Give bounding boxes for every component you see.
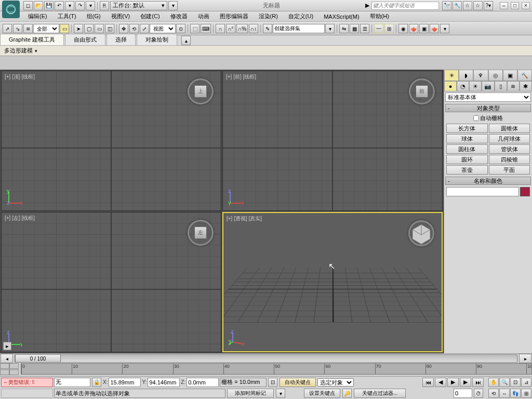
setkey-button[interactable]: 设置关键点 bbox=[304, 389, 340, 398]
menu-maxscript[interactable]: MAXScript(M) bbox=[318, 14, 364, 20]
ref-coord-dropdown[interactable]: 视图 bbox=[150, 24, 176, 33]
redo-drop-icon[interactable]: ▾ bbox=[86, 1, 95, 10]
walk-icon[interactable]: 👣 bbox=[510, 389, 521, 398]
orbit-icon[interactable]: ⟲ bbox=[488, 389, 499, 398]
key-filters-button[interactable]: 关键点过滤器... bbox=[354, 389, 406, 398]
material-icon[interactable]: ◉ bbox=[398, 24, 408, 33]
play-icon[interactable]: ▶ bbox=[447, 378, 459, 387]
time-config-icon[interactable]: ⏱ bbox=[474, 389, 483, 398]
hierarchy-tab-icon[interactable]: ♆ bbox=[473, 70, 488, 81]
isolate-icon[interactable]: ⊡ bbox=[268, 378, 277, 387]
star-icon[interactable]: ☆ bbox=[463, 1, 472, 10]
primitive-button[interactable]: 圆锥体 bbox=[489, 124, 530, 133]
percent-snap-icon[interactable]: ∩% bbox=[236, 24, 248, 33]
bind-icon[interactable]: ≋ bbox=[23, 24, 33, 33]
rollout-name-color[interactable]: -名称和颜色 bbox=[445, 177, 531, 185]
display-tab-icon[interactable]: ▣ bbox=[503, 70, 517, 81]
autokey-button[interactable]: 自动关键点 bbox=[280, 378, 316, 387]
menu-views[interactable]: 视图(V) bbox=[106, 12, 136, 20]
menu-modifiers[interactable]: 修改器 bbox=[165, 12, 193, 20]
menu-render[interactable]: 渲染(R) bbox=[254, 12, 283, 20]
menu-group[interactable]: 组(G) bbox=[82, 12, 106, 20]
next-frame-icon[interactable]: ▶ bbox=[460, 378, 471, 387]
primitive-button[interactable]: 管状体 bbox=[489, 144, 530, 154]
frame-thumb[interactable]: 0 / 100 bbox=[15, 354, 61, 363]
undo-drop-icon[interactable]: ▾ bbox=[65, 1, 74, 10]
menu-animation[interactable]: 动画 bbox=[193, 12, 215, 20]
selection-filter[interactable]: 全部 bbox=[33, 24, 59, 33]
viewport-perspective[interactable]: [+] [透视] [真实] xzy ↖ bbox=[222, 212, 443, 352]
helpers-icon[interactable]: ▯ bbox=[495, 81, 507, 91]
undo-icon[interactable]: ↶ bbox=[55, 1, 64, 10]
viewcube[interactable]: 上 bbox=[188, 78, 214, 104]
tab-selection[interactable]: 选择 bbox=[107, 34, 136, 45]
keyboard-icon[interactable]: ⌨ bbox=[201, 24, 211, 33]
curve-editor-icon[interactable]: 〰 bbox=[374, 24, 383, 33]
modify-tab-icon[interactable]: ◗ bbox=[459, 70, 473, 81]
maximize-button[interactable]: □ bbox=[511, 2, 519, 9]
layers-icon[interactable]: ☰ bbox=[360, 24, 369, 33]
render-icon[interactable]: 🫖 bbox=[430, 24, 439, 33]
prev-frame-icon[interactable]: ◀ bbox=[435, 378, 446, 387]
primitive-button[interactable]: 圆环 bbox=[446, 155, 488, 164]
tag-drop-icon[interactable]: ▾ bbox=[276, 389, 285, 398]
app-icon[interactable] bbox=[2, 1, 20, 18]
x-field[interactable]: 15.89mm bbox=[109, 378, 141, 387]
zoom-icon[interactable]: 🔍 bbox=[499, 378, 510, 387]
shapes-icon[interactable]: ◔ bbox=[457, 81, 469, 91]
zoom-ext-icon[interactable]: ⊡ bbox=[510, 378, 521, 387]
viewport-top[interactable]: [+] [顶] [线框] 上 xyz bbox=[1, 71, 221, 211]
object-name-input[interactable] bbox=[446, 187, 519, 196]
cameras-icon[interactable]: 📷 bbox=[482, 81, 494, 91]
link-icon[interactable]: ⇗ bbox=[3, 24, 12, 33]
expand-panel-icon[interactable]: ▸ bbox=[3, 342, 11, 350]
render-setup-icon[interactable]: 🫖 bbox=[409, 24, 418, 33]
menu-tools[interactable]: 工具(T) bbox=[52, 12, 82, 20]
viewcube[interactable]: 前 bbox=[409, 78, 435, 104]
pivot-icon[interactable]: ⊙ bbox=[176, 24, 185, 33]
redo-icon[interactable]: ↷ bbox=[75, 1, 85, 10]
tab-freeform[interactable]: 自由形式 bbox=[65, 34, 105, 45]
color-swatch[interactable] bbox=[520, 187, 530, 196]
menu-customize[interactable]: 自定义(U) bbox=[283, 12, 318, 20]
keymode-dropdown[interactable]: 选定对象 bbox=[317, 378, 354, 387]
select-object-icon[interactable]: ➤ bbox=[74, 24, 83, 33]
align-icon[interactable]: ▦ bbox=[350, 24, 359, 33]
ribbon-collapse-icon[interactable]: ▴ bbox=[181, 36, 191, 45]
current-frame[interactable]: 0 bbox=[454, 389, 472, 398]
goto-end-icon[interactable]: ⏭ bbox=[472, 378, 484, 387]
mirror-icon[interactable]: ⇋ bbox=[339, 24, 349, 33]
primitive-button[interactable]: 平面 bbox=[489, 165, 530, 175]
menu-help[interactable]: 帮助(H) bbox=[365, 12, 394, 20]
menu-graph[interactable]: 图形编辑器 bbox=[215, 12, 254, 20]
add-time-tag[interactable]: 添加时间标记 bbox=[227, 389, 274, 398]
unlink-icon[interactable]: ⇘ bbox=[13, 24, 22, 33]
menu-create[interactable]: 创建(C) bbox=[135, 12, 165, 20]
autogrid-checkbox[interactable] bbox=[473, 115, 479, 121]
wrench-icon[interactable]: 🔧 bbox=[453, 1, 462, 10]
frame-slider[interactable]: 0 / 100 bbox=[15, 354, 517, 363]
named-sel-drop-icon[interactable]: ▾ bbox=[325, 24, 335, 33]
y-field[interactable]: 94.146mm bbox=[148, 378, 180, 387]
named-selection-input[interactable] bbox=[273, 24, 325, 33]
window-cross-icon[interactable]: ◫ bbox=[105, 24, 114, 33]
viewport-label[interactable]: [+] [透视] [真实] bbox=[227, 215, 262, 222]
manipulate-icon[interactable]: ⬚ bbox=[190, 24, 200, 33]
trackbar-icons[interactable] bbox=[0, 363, 21, 376]
key-icon[interactable]: 🔑 bbox=[342, 389, 352, 398]
tab-graphite[interactable]: Graphite 建模工具 bbox=[0, 34, 64, 45]
primitive-button[interactable]: 几何球体 bbox=[489, 134, 530, 143]
timeline-left-icon[interactable]: ◂ bbox=[1, 354, 13, 363]
open-icon[interactable]: 📂 bbox=[34, 1, 43, 10]
render-prod-icon[interactable]: ▾ bbox=[440, 24, 449, 33]
primitive-button[interactable]: 球体 bbox=[446, 134, 488, 143]
select-icon[interactable]: ▭ bbox=[60, 24, 69, 33]
lights-icon[interactable]: ☀ bbox=[469, 81, 482, 91]
goto-start-icon[interactable]: ⏮ bbox=[422, 378, 434, 387]
viewport-front[interactable]: [+] [前] [线框] 前 xzy bbox=[222, 71, 443, 211]
edit-sel-icon[interactable]: ✎ bbox=[263, 24, 272, 33]
z-field[interactable]: 0.0mm bbox=[187, 378, 219, 387]
spinner-snap-icon[interactable]: ∩↕ bbox=[249, 24, 258, 33]
rotate-icon[interactable]: ⟲ bbox=[129, 24, 139, 33]
schematic-icon[interactable]: ⊞ bbox=[384, 24, 394, 33]
